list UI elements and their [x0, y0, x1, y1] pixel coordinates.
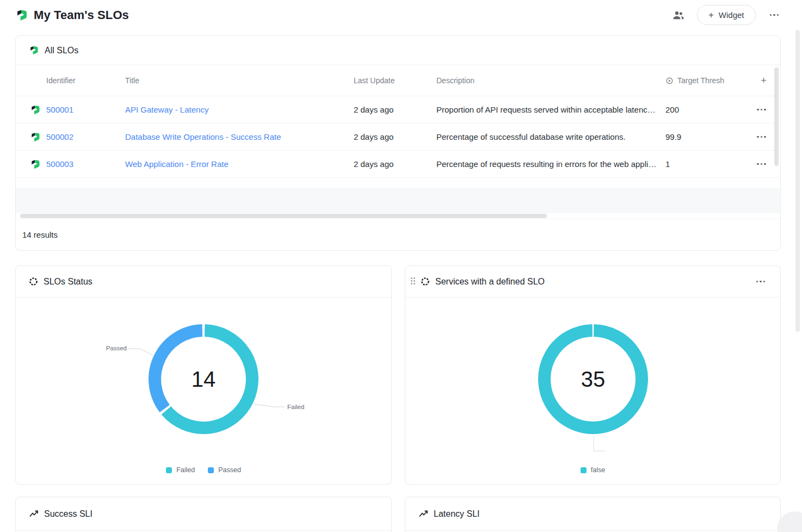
target-thresh-value: 99.9 — [665, 132, 755, 141]
identifier-link[interactable]: 500002 — [46, 132, 73, 141]
failed-swatch — [166, 467, 172, 473]
donut-center-value: 14 — [192, 367, 216, 391]
sli-widget-title: Success SLI — [44, 509, 92, 519]
topbar: My Team's SLOs + Widget — [15, 0, 781, 29]
title-link[interactable]: API Gateway - Latency — [125, 105, 208, 114]
column-description[interactable]: Description — [436, 76, 665, 85]
table-row[interactable]: 500001 API Gateway - Latency 2 days ago … — [16, 96, 780, 123]
last-update-value: 2 days ago — [354, 105, 436, 114]
services-slo-widget: Services with a defined SLO 35 false — [405, 265, 781, 485]
row-menu-button[interactable] — [755, 134, 768, 140]
trend-line-icon — [29, 509, 39, 519]
blueprint-icon — [29, 45, 39, 55]
table-empty-area — [16, 188, 780, 213]
column-title[interactable]: Title — [125, 76, 354, 85]
table-header-row: Identifier Title Last Update Description… — [16, 65, 780, 96]
table-horizontal-scrollbar[interactable] — [16, 213, 780, 219]
chart-widget-title: Services with a defined SLO — [435, 277, 545, 287]
slos-status-donut-chart[interactable]: Passed Failed 14 — [16, 298, 391, 466]
false-swatch — [581, 467, 587, 473]
entity-icon — [16, 132, 46, 143]
chart-widget-title: SLOs Status — [44, 277, 92, 287]
pie-chart-icon — [421, 277, 430, 286]
entity-icon — [16, 104, 46, 115]
drag-handle-icon[interactable] — [411, 277, 416, 286]
identifier-link[interactable]: 500001 — [46, 105, 73, 114]
horizontal-scrollbar-thumb[interactable] — [20, 214, 547, 218]
title-link[interactable]: Web Application - Error Rate — [125, 159, 229, 169]
description-value: Percentage of successful database write … — [436, 132, 665, 141]
description-value: Proportion of API requests served within… — [436, 105, 665, 114]
last-update-value: 2 days ago — [354, 132, 436, 141]
entity-icon — [16, 159, 46, 170]
row-menu-button[interactable] — [755, 161, 768, 168]
all-slos-widget: All SLOs Identifier Title Last Update De… — [15, 35, 781, 251]
legend-item-failed[interactable]: Failed — [166, 466, 195, 474]
trend-line-icon — [418, 509, 428, 519]
column-last-update[interactable]: Last Update — [354, 76, 436, 85]
table-widget-title: All SLOs — [45, 46, 78, 55]
target-thresh-value: 200 — [665, 105, 755, 114]
last-update-value: 2 days ago — [354, 159, 436, 169]
legend-item-false[interactable]: false — [581, 466, 605, 474]
column-identifier[interactable]: Identifier — [46, 76, 125, 85]
row-menu-button[interactable] — [755, 107, 768, 113]
description-value: Percentage of requests resulting in erro… — [436, 159, 665, 169]
table-vertical-scrollbar-thumb[interactable] — [774, 67, 779, 166]
target-icon — [665, 77, 674, 85]
table-row[interactable]: 500003 Web Application - Error Rate 2 da… — [16, 151, 780, 178]
slos-status-widget: SLOs Status Passed Failed 14 Failed Pass… — [15, 265, 392, 485]
success-sli-widget: Success SLI — [15, 497, 392, 532]
page-scrollbar-thumb[interactable] — [795, 30, 800, 332]
add-widget-label: Widget — [719, 10, 744, 20]
column-target-thresh[interactable]: Target Thresh — [665, 76, 755, 85]
passed-swatch — [208, 467, 214, 473]
services-slo-donut-chart[interactable]: 35 — [405, 298, 780, 466]
donut-center-value: 35 — [581, 367, 606, 391]
table-row[interactable]: 500002 Database Write Operations - Succe… — [16, 123, 780, 151]
sli-widget-title: Latency SLI — [434, 509, 480, 519]
latency-sli-widget: Latency SLI — [405, 497, 781, 532]
chart-legend: Failed Passed — [16, 466, 391, 474]
page-title: My Team's SLOs — [34, 8, 129, 22]
pie-chart-icon — [29, 277, 38, 286]
widget-menu-button[interactable] — [754, 279, 768, 285]
passed-slice-label: Passed — [106, 345, 127, 351]
dashboard-logo-icon — [15, 9, 28, 22]
title-link[interactable]: Database Write Operations - Success Rate — [125, 132, 281, 141]
legend-item-passed[interactable]: Passed — [208, 466, 241, 474]
share-users-icon[interactable] — [672, 9, 685, 22]
identifier-link[interactable]: 500003 — [46, 159, 73, 169]
plus-icon: + — [708, 10, 714, 20]
target-thresh-value: 1 — [665, 159, 755, 169]
chart-legend: false — [405, 466, 780, 474]
results-count: 14 results — [16, 219, 780, 250]
failed-slice-label: Failed — [287, 404, 304, 410]
page-menu-button[interactable] — [768, 12, 781, 18]
add-widget-button[interactable]: + Widget — [697, 5, 756, 25]
